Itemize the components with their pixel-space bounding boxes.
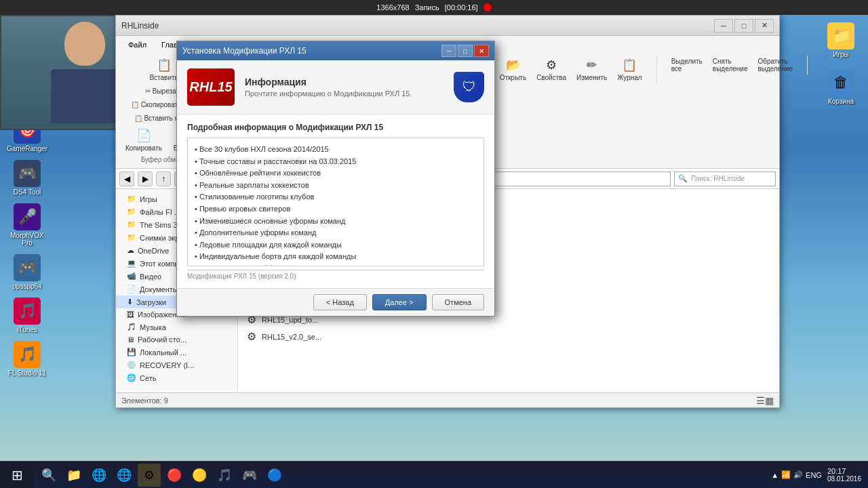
fl-label: FL Studio 11	[8, 369, 46, 377]
itunes-label: iTunes	[17, 326, 37, 333]
next-button[interactable]: Далее >	[372, 294, 427, 310]
status-bar: Элементов: 9 ☰ ▦	[116, 392, 779, 407]
taskbar-search-button[interactable]: 🔍	[37, 464, 60, 487]
taskbar-item2[interactable]: 🔴	[163, 464, 186, 487]
list-item[interactable]: ⚙ RHL15_v2.0_se...	[241, 328, 776, 345]
modal-title: Установка Модификации РХЛ 15	[182, 46, 441, 56]
info-item: Дополнительные уформы команд	[195, 227, 477, 239]
back-button[interactable]: < Назад	[313, 294, 367, 310]
shield-badge-icon: 🛡	[454, 72, 484, 102]
select-all-button[interactable]: Выделить все	[667, 56, 707, 75]
history-button[interactable]: 📋 Журнал	[613, 56, 646, 83]
tab-file[interactable]: Файл	[121, 39, 153, 51]
edit-button[interactable]: ✏ Изменить	[572, 56, 611, 83]
desktop-icon-itunes[interactable]: 🎵 iTunes	[3, 296, 51, 336]
open-icon: 📂	[506, 58, 521, 73]
recycle-icon: 🗑	[827, 69, 854, 96]
paste-icon: 📋	[157, 58, 172, 73]
recording-time: [00:00:16]	[445, 3, 478, 12]
morphvox-icon: 🎤	[14, 203, 41, 230]
modal-body-title: Подробная информация о Модификации РХЛ 1…	[187, 123, 484, 132]
modal-version: Модификация РХЛ 15 (версия 2.0)	[187, 270, 484, 280]
modal-close-button[interactable]: ✕	[474, 45, 489, 57]
cancel-button[interactable]: Отмена	[432, 294, 484, 310]
copy-icon: 📄	[136, 128, 151, 143]
desktop-nav-icon: 🖥	[127, 336, 134, 344]
taskbar-browser-button[interactable]: 🌐	[87, 464, 111, 487]
close-button[interactable]: ✕	[755, 19, 774, 33]
images-nav-icon: 🖼	[127, 310, 134, 319]
recording-label: Запись	[415, 3, 439, 12]
sidebar-item-recovery[interactable]: 💿 RECOVERY (I...	[116, 359, 237, 371]
modal-header-title: Информация	[245, 77, 443, 87]
start-button[interactable]: ⊞	[0, 462, 34, 489]
itunes-icon: 🎵	[14, 298, 41, 325]
modal-footer: < Назад Далее > Отмена	[177, 288, 494, 316]
explorer-titlebar: RHLinside ─ □ ✕	[116, 16, 779, 36]
downloads-nav-icon: ⬇	[127, 298, 133, 306]
taskbar-explorer-button[interactable]: 📁	[62, 464, 85, 487]
morphvox-label: MorphVOX Pro	[5, 232, 49, 247]
properties-button[interactable]: ⚙ Свойства	[532, 56, 570, 83]
sidebar-item-desktop[interactable]: 🖥 Рабочий сто...	[116, 333, 237, 346]
open-button[interactable]: 📂 Открыть	[496, 56, 530, 83]
network-tray-icon[interactable]: 📶	[781, 470, 791, 479]
modal-maximize-button[interactable]: □	[458, 45, 473, 57]
desktop-icon-morphvox[interactable]: 🎤 MorphVOX Pro	[3, 201, 51, 249]
view-tiles-icon[interactable]: ▦	[765, 395, 774, 406]
info-item: Стилизованные логотипы клубов	[195, 191, 477, 203]
screenshots-nav-icon: 📁	[127, 233, 136, 242]
recovery-nav-icon: 💿	[127, 361, 136, 369]
clock: 20:17 08.01.2016	[827, 467, 861, 483]
volume-tray-icon[interactable]: 🔊	[793, 470, 803, 479]
desktop-icon-fl[interactable]: 🎵 FL Studio 11	[3, 339, 51, 379]
deselect-button[interactable]: Снять выделение	[709, 56, 752, 75]
docs-nav-icon: 📄	[127, 285, 136, 293]
language-indicator[interactable]: ENG	[806, 471, 822, 479]
modal-header-info: Информация Прочтите информацию о Модифик…	[245, 77, 443, 98]
search-box[interactable]: 🔍 Поиск: RHLinside	[674, 171, 776, 186]
taskbar-item1[interactable]: ⚙	[138, 464, 161, 487]
minimize-button[interactable]: ─	[714, 19, 733, 33]
desktop-icon-ds4[interactable]: 🎮 DS4 Tool	[3, 158, 51, 198]
maximize-button[interactable]: □	[734, 19, 753, 33]
taskbar-item6[interactable]: 🔵	[263, 464, 286, 487]
info-list: Все 30 клубов НХЛ сезона 2014/2015 Точны…	[195, 144, 477, 266]
info-item: Изменившиеся основные уформы команд	[195, 216, 477, 228]
ds4-icon: 🎮	[14, 160, 41, 187]
window-controls: ─ □ ✕	[714, 19, 774, 33]
computer-nav-icon: 💻	[127, 259, 136, 268]
games-nav-icon: 📁	[127, 195, 136, 203]
files-nav-icon: 📁	[127, 207, 136, 216]
taskbar-item4[interactable]: 🎵	[213, 464, 236, 487]
taskbar-ie-button[interactable]: 🌐	[113, 464, 136, 487]
modal-minimize-button[interactable]: ─	[441, 45, 456, 57]
modal-titlebar: Установка Модификации РХЛ 15 ─ □ ✕	[177, 41, 494, 60]
back-nav-button[interactable]: ◀	[119, 171, 134, 186]
video-nav-icon: 📹	[127, 272, 136, 281]
taskbar-item3[interactable]: 🟡	[188, 464, 211, 487]
desktop-icon-ppsspp[interactable]: 🎮 ppsspp64	[3, 252, 51, 292]
copy-button[interactable]: 📄 Копировать	[121, 126, 166, 154]
desktop-icon-games[interactable]: 📁 Игры	[817, 20, 865, 60]
edit-icon: ✏	[587, 58, 597, 73]
person-body	[51, 69, 119, 123]
recording-bar: 1366x768 Запись [00:00:16]	[0, 0, 868, 15]
taskbar-item5[interactable]: 🎮	[238, 464, 261, 487]
desktop-icon-recycle[interactable]: 🗑 Корзина	[817, 67, 865, 107]
ds4-label: DS4 Tool	[14, 188, 41, 196]
invert-select-button[interactable]: Обратить выделение	[753, 56, 797, 75]
forward-nav-button[interactable]: ▶	[138, 171, 153, 186]
rec-indicator	[484, 3, 492, 12]
sidebar-item-local[interactable]: 💾 Локальный ...	[116, 346, 237, 359]
info-scrollbox[interactable]: Все 30 клубов НХЛ сезона 2014/2015 Точны…	[187, 138, 484, 266]
up-nav-button[interactable]: ↑	[156, 171, 171, 186]
sidebar-item-network[interactable]: 🌐 Сеть	[116, 371, 237, 384]
info-item: Ледовые площадки для каждой команды	[195, 239, 477, 251]
sidebar-item-music[interactable]: 🎵 Музыка	[116, 321, 237, 333]
info-item: Изменившиеся шайбы команд	[195, 263, 477, 266]
search-text: Поиск: RHLinside	[691, 175, 745, 182]
resolution-display: 1366x768	[376, 3, 409, 12]
view-details-icon[interactable]: ☰	[756, 395, 765, 406]
network-nav-icon: 🌐	[127, 373, 136, 382]
